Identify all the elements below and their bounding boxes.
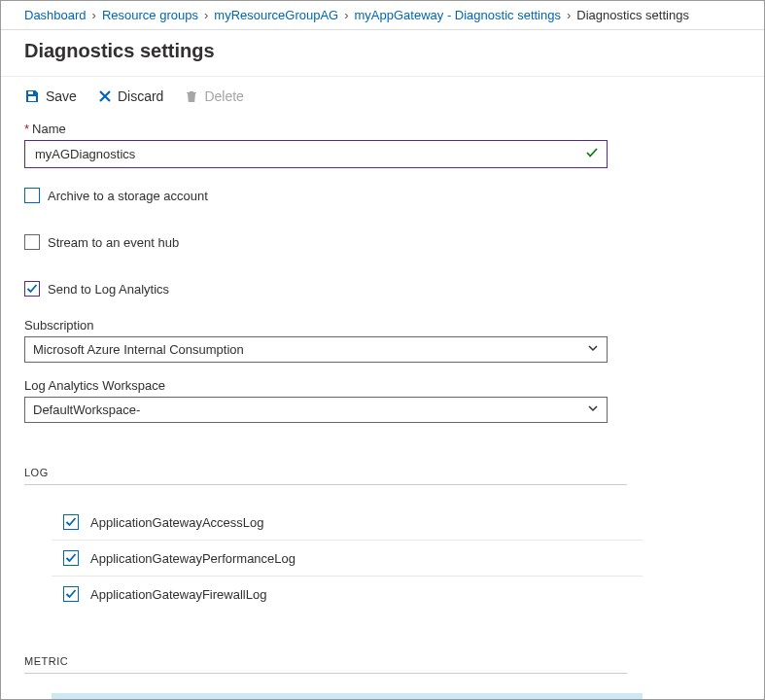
- log-item-performance[interactable]: ApplicationGatewayPerformanceLog: [52, 540, 643, 576]
- save-button-label: Save: [46, 88, 77, 104]
- checkmark-icon: [585, 146, 599, 162]
- subscription-value: Microsoft Azure Internal Consumption: [33, 342, 244, 357]
- chevron-right-icon: ›: [204, 8, 208, 22]
- delete-button-label: Delete: [204, 88, 243, 104]
- loganalytics-checkbox-row[interactable]: Send to Log Analytics: [24, 281, 741, 297]
- loganalytics-checkbox[interactable]: [24, 281, 40, 297]
- chevron-down-icon: [587, 402, 599, 417]
- log-checkbox[interactable]: [63, 514, 79, 530]
- archive-checkbox[interactable]: [24, 188, 40, 203]
- save-icon: [24, 88, 40, 104]
- delete-button: Delete: [185, 88, 243, 104]
- discard-button-label: Discard: [118, 88, 163, 104]
- subscription-select[interactable]: Microsoft Azure Internal Consumption: [24, 336, 608, 363]
- save-button[interactable]: Save: [24, 88, 77, 104]
- name-label: Name: [32, 122, 66, 136]
- log-item-label: ApplicationGatewayPerformanceLog: [90, 551, 296, 566]
- metric-item-all[interactable]: AllMetrics: [52, 693, 643, 700]
- log-item-label: ApplicationGatewayFirewallLog: [90, 587, 266, 602]
- workspace-label: Log Analytics Workspace: [24, 378, 741, 393]
- breadcrumb-link-resource[interactable]: myAppGateway - Diagnostic settings: [355, 8, 561, 22]
- chevron-right-icon: ›: [344, 8, 348, 22]
- stream-checkbox[interactable]: [24, 234, 40, 250]
- name-input[interactable]: [33, 146, 585, 162]
- page-title: Diagnostics settings: [1, 30, 764, 77]
- close-icon: [98, 89, 112, 103]
- log-item-firewall[interactable]: ApplicationGatewayFirewallLog: [52, 576, 643, 612]
- discard-button[interactable]: Discard: [98, 88, 163, 104]
- chevron-right-icon: ›: [567, 8, 571, 22]
- log-checkbox[interactable]: [63, 550, 79, 566]
- chevron-right-icon: ›: [92, 8, 96, 22]
- form: *Name Archive to a storage account Strea…: [1, 122, 764, 700]
- trash-icon: [185, 89, 198, 103]
- stream-checkbox-row[interactable]: Stream to an event hub: [24, 234, 741, 250]
- chevron-down-icon: [587, 342, 599, 357]
- breadcrumb: Dashboard › Resource groups › myResource…: [1, 1, 764, 30]
- required-indicator: *: [24, 122, 29, 136]
- divider: [24, 673, 627, 674]
- breadcrumb-link-resource-group[interactable]: myResourceGroupAG: [214, 8, 338, 22]
- log-item-access[interactable]: ApplicationGatewayAccessLog: [52, 505, 643, 540]
- log-section-heading: LOG: [24, 467, 741, 478]
- breadcrumb-link-dashboard[interactable]: Dashboard: [24, 8, 87, 22]
- subscription-label: Subscription: [24, 318, 741, 332]
- breadcrumb-link-resource-groups[interactable]: Resource groups: [102, 8, 198, 22]
- log-item-label: ApplicationGatewayAccessLog: [90, 515, 264, 530]
- loganalytics-label: Send to Log Analytics: [48, 282, 169, 297]
- name-input-wrapper[interactable]: [24, 140, 608, 168]
- metric-section-heading: METRIC: [24, 655, 741, 667]
- archive-label: Archive to a storage account: [48, 189, 208, 203]
- workspace-select[interactable]: DefaultWorkspace-: [24, 397, 608, 423]
- breadcrumb-current: Diagnostics settings: [576, 8, 689, 22]
- divider: [24, 484, 627, 485]
- archive-checkbox-row[interactable]: Archive to a storage account: [24, 188, 741, 203]
- log-checkbox[interactable]: [63, 586, 79, 602]
- workspace-value: DefaultWorkspace-: [33, 402, 140, 417]
- name-label-row: *Name: [24, 122, 741, 136]
- stream-label: Stream to an event hub: [48, 235, 179, 250]
- toolbar: Save Discard Delete: [1, 77, 764, 122]
